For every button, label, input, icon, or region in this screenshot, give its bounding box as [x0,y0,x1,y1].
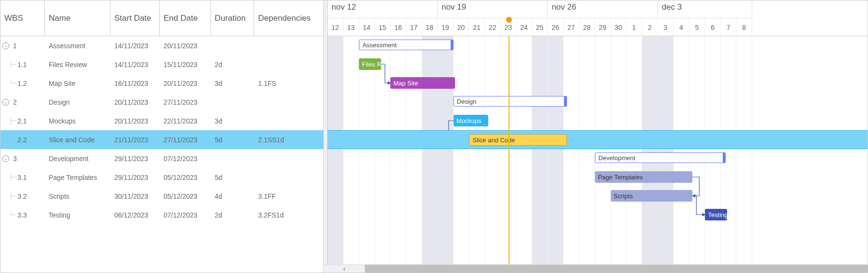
summary-bar[interactable]: Assessment [359,40,454,50]
cell-dependencies[interactable] [254,36,322,55]
table-row[interactable]: ├┄1.1Files Review14/11/202315/11/20232d [0,55,323,74]
horizontal-scrollbar[interactable]: ‹ [324,264,868,273]
cell-end[interactable]: 20/11/2023 [160,74,211,93]
cell-duration[interactable]: 3d [211,74,254,93]
cell-name[interactable]: Design [45,93,110,111]
cell-name[interactable]: Map Site [45,74,110,93]
column-header-duration[interactable]: Duration [211,0,254,36]
chart-row[interactable]: Development [328,149,868,168]
chart-row[interactable]: Files Review [328,55,868,74]
cell-start[interactable]: 20/11/2023 [110,93,160,111]
table-row[interactable]: ⌄2Design20/11/202327/11/2023 [0,93,323,111]
scroll-thumb[interactable] [365,265,868,273]
cell-wbs[interactable]: ├┄3.1 [0,168,45,187]
cell-end[interactable]: 07/12/2023 [160,205,211,224]
cell-start[interactable]: 14/11/2023 [110,55,160,74]
cell-name[interactable]: Development [45,149,110,168]
cell-start[interactable]: 14/11/2023 [110,36,160,55]
summary-bar[interactable]: Design [454,96,567,107]
cell-end[interactable]: 07/12/2023 [160,149,211,168]
cell-end[interactable]: 27/11/2023 [160,93,211,111]
cell-dependencies[interactable]: 1.1FS [254,74,322,93]
chart-row[interactable]: Testing [328,205,868,224]
table-row[interactable]: └┄2.2Slice and Code21/11/202327/11/20235… [0,130,323,149]
cell-start[interactable]: 06/12/2023 [110,205,160,224]
chart-row[interactable]: Page Templates [328,168,868,187]
chart-row[interactable]: Scripts [328,187,868,205]
cell-start[interactable]: 21/11/2023 [110,130,160,149]
task-bar[interactable]: Page Templates [595,171,692,183]
column-header-start[interactable]: Start Date [110,0,160,36]
cell-name[interactable]: Files Review [45,55,110,74]
cell-dependencies[interactable] [254,149,322,168]
scroll-left-icon[interactable]: ‹ [324,265,365,273]
column-header-name[interactable]: Name [45,0,110,36]
chart-row[interactable]: Assessment [328,36,868,55]
cell-name[interactable]: Page Templates [45,168,110,187]
cell-duration[interactable]: 5d [211,168,254,187]
collapse-icon[interactable]: ⌄ [2,42,9,49]
table-row[interactable]: ├┄3.2Scripts30/11/202305/12/20234d3.1FF [0,187,323,205]
collapse-icon[interactable]: ⌄ [2,99,9,106]
cell-name[interactable]: Assessment [45,36,110,55]
cell-wbs[interactable]: └┄1.2 [0,74,45,93]
task-bar[interactable]: Slice and Code [469,134,566,146]
cell-dependencies[interactable] [254,55,322,74]
cell-name[interactable]: Testing [45,205,110,224]
cell-end[interactable]: 22/11/2023 [160,111,211,130]
cell-wbs[interactable]: ⌄2 [0,93,45,111]
chart-row[interactable]: Slice and Code [328,130,868,149]
cell-end[interactable]: 05/12/2023 [160,168,211,187]
cell-duration[interactable]: 5d [211,130,254,149]
task-bar[interactable]: Testing [705,209,727,220]
cell-end[interactable]: 27/11/2023 [160,130,211,149]
cell-dependencies[interactable] [254,111,322,130]
collapse-icon[interactable]: ⌄ [2,155,9,162]
task-bar[interactable]: Map Site [390,77,455,89]
cell-end[interactable]: 20/11/2023 [160,36,211,55]
cell-name[interactable]: Scripts [45,187,110,205]
cell-wbs[interactable]: ⌄3 [0,149,45,168]
table-row[interactable]: ├┄3.1Page Templates29/11/202305/12/20235… [0,168,323,187]
table-row[interactable]: ⌄3Development29/11/202307/12/2023 [0,149,323,168]
cell-start[interactable]: 20/11/2023 [110,111,160,130]
cell-duration[interactable]: 2d [211,55,254,74]
chart-row[interactable]: Design [328,93,868,111]
cell-wbs[interactable]: ├┄2.1 [0,111,45,130]
column-header-end[interactable]: End Date [160,0,211,36]
cell-dependencies[interactable] [254,93,322,111]
cell-name[interactable]: Mockups [45,111,110,130]
cell-start[interactable]: 16/11/2023 [110,74,160,93]
cell-dependencies[interactable]: 3.1FF [254,187,322,205]
cell-duration[interactable] [211,93,254,111]
cell-start[interactable]: 29/11/2023 [110,168,160,187]
cell-start[interactable]: 29/11/2023 [110,149,160,168]
chart-row[interactable]: Mockups [328,111,868,130]
chart-area[interactable]: AssessmentFiles ReviewMap SiteDesignMock… [328,36,868,264]
cell-start[interactable]: 30/11/2023 [110,187,160,205]
cell-duration[interactable]: 4d [211,187,254,205]
cell-wbs[interactable]: └┄3.3 [0,205,45,224]
cell-wbs[interactable]: └┄2.2 [0,130,45,149]
task-bar[interactable]: Mockups [454,115,488,126]
table-row[interactable]: └┄3.3Testing06/12/202307/12/20232d3.2FS1… [0,205,323,224]
task-bar[interactable]: Scripts [611,190,693,202]
cell-duration[interactable] [211,149,254,168]
cell-name[interactable]: Slice and Code [45,130,110,149]
cell-wbs[interactable]: ├┄3.2 [0,187,45,205]
cell-duration[interactable]: 2d [211,205,254,224]
table-row[interactable]: ⌄1Assessment14/11/202320/11/2023 [0,36,323,55]
cell-end[interactable]: 15/11/2023 [160,55,211,74]
table-row[interactable]: └┄1.2Map Site16/11/202320/11/20233d1.1FS [0,74,323,93]
task-bar[interactable]: Files Review [359,58,381,70]
cell-dependencies[interactable]: 2.1SS1d [254,130,322,149]
summary-bar[interactable]: Development [595,152,726,163]
cell-wbs[interactable]: ├┄1.1 [0,55,45,74]
cell-duration[interactable]: 3d [211,111,254,130]
cell-wbs[interactable]: ⌄1 [0,36,45,55]
chart-row[interactable]: Map Site [328,74,868,93]
table-row[interactable]: ├┄2.1Mockups20/11/202322/11/20233d [0,111,323,130]
cell-dependencies[interactable]: 3.2FS1d [254,205,322,224]
column-header-dependencies[interactable]: Dependencies [254,0,322,36]
column-header-wbs[interactable]: WBS [0,0,45,36]
